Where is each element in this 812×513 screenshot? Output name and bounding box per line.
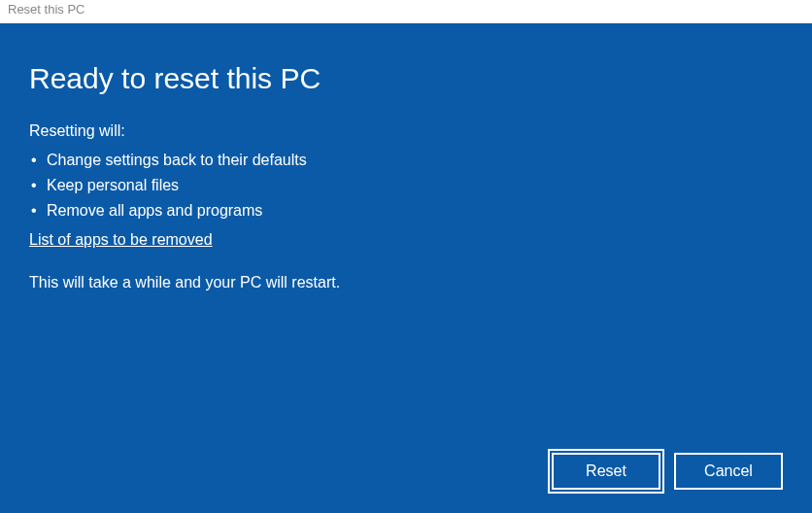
- window-title: Reset this PC: [0, 0, 812, 23]
- reset-button[interactable]: Reset: [552, 453, 660, 490]
- resetting-will-label: Resetting will:: [29, 122, 783, 140]
- list-item: Remove all apps and programs: [29, 198, 783, 223]
- list-item: Change settings back to their defaults: [29, 148, 783, 173]
- cancel-button[interactable]: Cancel: [674, 453, 783, 490]
- list-of-apps-link[interactable]: List of apps to be removed: [29, 231, 783, 249]
- button-row: Reset Cancel: [552, 453, 783, 490]
- reset-pc-panel: Ready to reset this PC Resetting will: C…: [0, 23, 812, 513]
- list-item: Keep personal files: [29, 173, 783, 198]
- page-heading: Ready to reset this PC: [29, 62, 783, 95]
- restart-note: This will take a while and your PC will …: [29, 274, 783, 291]
- reset-actions-list: Change settings back to their defaults K…: [29, 148, 783, 223]
